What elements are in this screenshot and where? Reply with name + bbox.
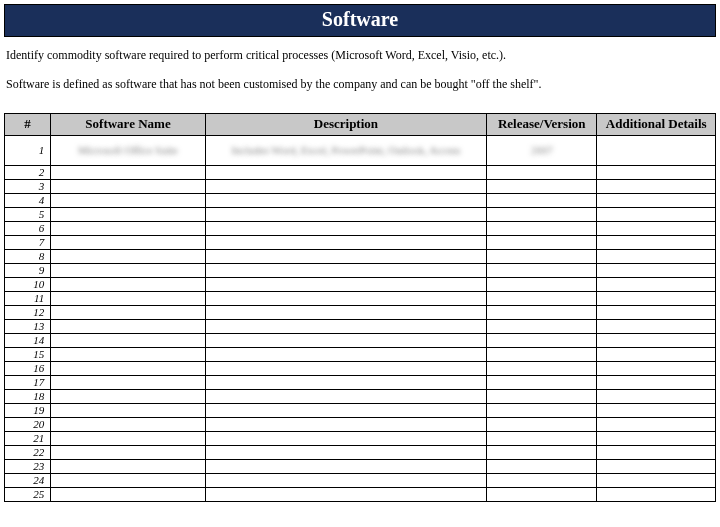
cell-desc[interactable] [205,417,486,431]
cell-rel[interactable] [487,445,597,459]
cell-name[interactable] [51,403,206,417]
cell-name[interactable] [51,207,206,221]
cell-name[interactable] [51,361,206,375]
cell-num[interactable]: 6 [5,221,51,235]
cell-rel[interactable] [487,431,597,445]
cell-name[interactable] [51,389,206,403]
cell-add[interactable] [597,445,716,459]
cell-desc[interactable] [205,361,486,375]
cell-desc[interactable] [205,305,486,319]
cell-name[interactable] [51,375,206,389]
cell-name[interactable] [51,487,206,501]
cell-rel[interactable]: 2007 [487,135,597,165]
cell-desc[interactable] [205,179,486,193]
cell-name[interactable] [51,249,206,263]
cell-rel[interactable] [487,179,597,193]
cell-desc[interactable] [205,249,486,263]
cell-add[interactable] [597,319,716,333]
cell-add[interactable] [597,193,716,207]
cell-num[interactable]: 9 [5,263,51,277]
cell-add[interactable] [597,277,716,291]
cell-num[interactable]: 15 [5,347,51,361]
cell-num[interactable]: 21 [5,431,51,445]
cell-desc[interactable] [205,291,486,305]
cell-name[interactable] [51,431,206,445]
cell-name[interactable] [51,235,206,249]
cell-num[interactable]: 8 [5,249,51,263]
cell-num[interactable]: 12 [5,305,51,319]
cell-rel[interactable] [487,235,597,249]
cell-name[interactable] [51,319,206,333]
cell-add[interactable] [597,431,716,445]
cell-rel[interactable] [487,459,597,473]
cell-desc[interactable] [205,193,486,207]
cell-rel[interactable] [487,249,597,263]
cell-rel[interactable] [487,361,597,375]
cell-add[interactable] [597,165,716,179]
cell-desc[interactable] [205,473,486,487]
cell-add[interactable] [597,179,716,193]
cell-add[interactable] [597,305,716,319]
cell-rel[interactable] [487,291,597,305]
cell-num[interactable]: 16 [5,361,51,375]
cell-name[interactable] [51,193,206,207]
cell-add[interactable] [597,417,716,431]
cell-rel[interactable] [487,165,597,179]
cell-name[interactable] [51,333,206,347]
cell-add[interactable] [597,221,716,235]
cell-name[interactable] [51,417,206,431]
cell-rel[interactable] [487,473,597,487]
cell-rel[interactable] [487,417,597,431]
cell-desc[interactable] [205,263,486,277]
cell-name[interactable] [51,165,206,179]
cell-desc[interactable] [205,487,486,501]
cell-num[interactable]: 2 [5,165,51,179]
cell-add[interactable] [597,207,716,221]
cell-add[interactable] [597,389,716,403]
cell-name[interactable] [51,277,206,291]
cell-add[interactable] [597,347,716,361]
cell-name[interactable] [51,459,206,473]
cell-add[interactable] [597,333,716,347]
cell-rel[interactable] [487,403,597,417]
cell-num[interactable]: 20 [5,417,51,431]
cell-desc[interactable] [205,277,486,291]
cell-rel[interactable] [487,319,597,333]
cell-desc[interactable] [205,431,486,445]
cell-desc[interactable] [205,389,486,403]
cell-rel[interactable] [487,263,597,277]
cell-add[interactable] [597,361,716,375]
cell-desc[interactable] [205,459,486,473]
cell-name[interactable] [51,221,206,235]
cell-rel[interactable] [487,193,597,207]
cell-add[interactable] [597,235,716,249]
cell-name[interactable] [51,445,206,459]
cell-add[interactable] [597,135,716,165]
cell-desc[interactable] [205,165,486,179]
cell-num[interactable]: 24 [5,473,51,487]
cell-name[interactable] [51,473,206,487]
cell-desc[interactable] [205,347,486,361]
cell-add[interactable] [597,459,716,473]
cell-add[interactable] [597,375,716,389]
cell-num[interactable]: 5 [5,207,51,221]
cell-add[interactable] [597,291,716,305]
cell-num[interactable]: 13 [5,319,51,333]
cell-rel[interactable] [487,221,597,235]
cell-num[interactable]: 18 [5,389,51,403]
cell-num[interactable]: 25 [5,487,51,501]
cell-desc[interactable] [205,403,486,417]
cell-desc[interactable] [205,445,486,459]
cell-rel[interactable] [487,277,597,291]
cell-name[interactable] [51,263,206,277]
cell-add[interactable] [597,249,716,263]
cell-add[interactable] [597,473,716,487]
cell-num[interactable]: 17 [5,375,51,389]
cell-num[interactable]: 10 [5,277,51,291]
cell-num[interactable]: 11 [5,291,51,305]
cell-desc[interactable] [205,375,486,389]
cell-num[interactable]: 7 [5,235,51,249]
cell-num[interactable]: 23 [5,459,51,473]
cell-add[interactable] [597,403,716,417]
cell-rel[interactable] [487,375,597,389]
